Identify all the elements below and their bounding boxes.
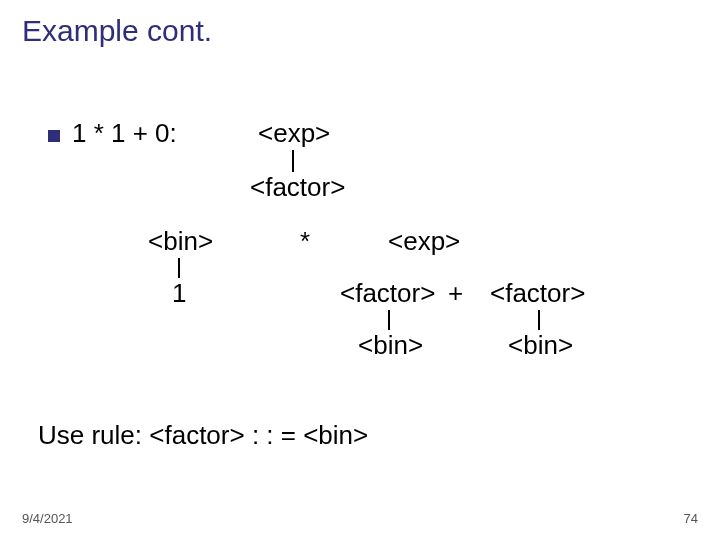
footer-date: 9/4/2021 xyxy=(22,511,73,526)
node-one: 1 xyxy=(172,278,186,309)
bullet-icon xyxy=(48,130,60,142)
slide-title: Example cont. xyxy=(22,14,212,48)
node-exp-top: <exp> xyxy=(258,118,330,149)
tree-line xyxy=(538,310,540,330)
node-factor-right: <factor> xyxy=(490,278,585,309)
tree-line xyxy=(292,150,294,172)
bullet-expression: 1 * 1 + 0: xyxy=(72,118,177,149)
tree-line xyxy=(388,310,390,330)
node-factor-mid: <factor> xyxy=(340,278,435,309)
slide: Example cont. 1 * 1 + 0: <exp> <factor> … xyxy=(0,0,720,540)
footer-page: 74 xyxy=(684,511,698,526)
tree-line xyxy=(178,258,180,278)
node-exp-right: <exp> xyxy=(388,226,460,257)
rule-text: Use rule: <factor> : : = <bin> xyxy=(38,420,368,451)
node-plus: + xyxy=(448,278,463,309)
node-bin-left: <bin> xyxy=(148,226,213,257)
node-star: * xyxy=(300,226,310,257)
node-bin-mid: <bin> xyxy=(358,330,423,361)
node-bin-right: <bin> xyxy=(508,330,573,361)
node-factor-top: <factor> xyxy=(250,172,345,203)
